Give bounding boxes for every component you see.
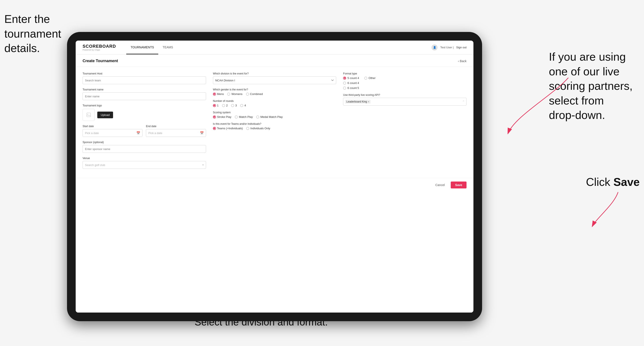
radio-combined-indicator [246,93,249,96]
venue-label: Venue [82,157,206,160]
gender-womens[interactable]: Womens [227,92,242,96]
start-date-group: Start date Pick a date 📅 [82,125,142,137]
tag-dropdown-icon[interactable]: ⌃ [462,100,464,103]
tournament-name-label: Tournament name [82,88,206,91]
sponsor-group: Sponsor (optional) [82,141,206,153]
teams-individuals[interactable]: Individuals Only [246,127,270,130]
teams-radio-group: Teams (+Individuals) Individuals Only [213,127,336,130]
arrow-save [536,188,622,231]
save-button[interactable]: Save [451,181,466,188]
division-select[interactable]: NCAA Division I [213,76,336,84]
radio-r2-indicator [222,104,225,107]
format-6count4[interactable]: 6 count 4 [343,81,466,85]
brand: SCOREBOARD Powered by Clippi [82,44,116,51]
rounds-1[interactable]: 1 [213,104,218,107]
radio-6c5-indicator [343,87,346,90]
form-col-1: Tournament Host Tournament name Tourname… [82,72,206,173]
content-area: Create Tournament ‹ Back Tournament Host… [76,54,474,313]
avatar: 👤 [432,44,438,50]
form-col-3: Format type 5 count 4 Other [343,72,466,173]
form-body: Tournament Host Tournament name Tourname… [76,67,474,178]
form-footer: Cancel Save [76,178,474,192]
page-title: Create Tournament [82,59,118,63]
annotation-save-bold: Save [614,176,640,188]
end-date-input[interactable]: Pick a date 📅 [146,129,206,137]
sponsor-input[interactable] [82,145,206,153]
format-other[interactable]: Other [364,76,376,80]
tournament-logo-group: Tournament logo [82,104,206,121]
gender-combined[interactable]: Combined [246,92,263,96]
back-link[interactable]: ‹ Back [458,59,466,63]
venue-dropdown-icon: ▾ [202,164,204,167]
tournament-name-input[interactable] [82,92,206,100]
rounds-2[interactable]: 2 [222,104,228,107]
rounds-radio-group: 1 2 3 [213,104,336,107]
radio-5c4-indicator [343,77,346,80]
radio-r3-indicator [231,104,234,107]
image-icon [86,112,91,117]
nav-teams[interactable]: TEAMS [158,41,177,54]
rounds-group: Number of rounds 1 2 [213,100,336,107]
tournament-host-group: Tournament Host [82,72,206,84]
start-date-input[interactable]: Pick a date 📅 [82,129,142,137]
calendar-icon-end: 📅 [200,131,204,135]
teams-group: Is this event for Teams and/or Individua… [213,122,336,130]
radio-individuals-indicator [246,127,249,130]
navbar: SCOREBOARD Powered by Clippi TOURNAMENTS… [76,41,474,54]
end-date-group: End date Pick a date 📅 [146,125,206,137]
svg-point-5 [88,114,88,115]
scoring-medal[interactable]: Medal Match Play [256,115,282,119]
sign-out-link[interactable]: Sign out [456,46,466,49]
nav-items: TOURNAMENTS TEAMS [126,41,432,54]
rounds-3[interactable]: 3 [231,104,237,107]
logo-preview [82,109,95,121]
radio-6c4-indicator [343,82,346,85]
annotation-live-text: If you are using one of our live scoring… [549,50,632,121]
scoring-stroke[interactable]: Stroke Play [213,115,231,119]
venue-group: Venue Search golf club ▾ [82,157,206,169]
radio-r4-indicator [240,104,243,107]
brand-name: SCOREBOARD [82,44,116,49]
svg-rect-4 [87,113,90,117]
gender-mens[interactable]: Mens [213,92,224,96]
brand-sub: Powered by Clippi [82,49,116,51]
rounds-label: Number of rounds [213,100,336,103]
scoring-match[interactable]: Match Play [235,115,253,119]
radio-womens-indicator [227,93,230,96]
venue-input[interactable]: Search golf club ▾ [82,161,206,169]
leaderboard-king-tag: Leaderboard King × [345,100,370,104]
scoring-group: Scoring system Stroke Play Match Play [213,111,336,119]
upload-button[interactable]: Upload [97,112,113,118]
scoring-label: Scoring system [213,111,336,114]
radio-r1-indicator [213,104,216,107]
radio-teams-indicator [213,127,216,130]
annotation-live-scoring: If you are using one of our live scoring… [549,50,640,123]
tournament-name-group: Tournament name [82,88,206,100]
cancel-button[interactable]: Cancel [432,181,448,188]
user-label: Test User | [440,46,454,49]
scoring-radio-group: Stroke Play Match Play Medal Match Play [213,115,336,119]
tablet-frame: SCOREBOARD Powered by Clippi TOURNAMENTS… [67,32,482,321]
radio-other-indicator [364,77,367,80]
gender-radio-group: Mens Womens Combined [213,92,336,96]
teams-teams[interactable]: Teams (+Individuals) [213,127,243,130]
content-inner: Create Tournament ‹ Back Tournament Host… [76,54,474,313]
tag-close-icon[interactable]: × [368,100,369,103]
page-header: Create Tournament ‹ Back [76,54,474,67]
format-5count4[interactable]: 5 count 4 [343,76,359,80]
live-scoring-label: Use third-party live scoring API? [343,93,466,96]
format-6count5[interactable]: 6 count 5 [343,86,466,90]
nav-tournaments[interactable]: TOURNAMENTS [126,41,158,54]
sponsor-label: Sponsor (optional) [82,141,206,144]
logo-upload-area: Upload [82,109,206,121]
format-type-group: Format type 5 count 4 Other [343,72,466,90]
date-group: Start date Pick a date 📅 End date [82,125,206,137]
format-type-label: Format type [343,72,466,75]
division-label: Which division is the event for? [213,72,336,75]
live-scoring-tag-input[interactable]: Leaderboard King × ⌃ [343,98,466,106]
live-scoring-group: Use third-party live scoring API? Leader… [343,93,466,106]
tournament-host-label: Tournament Host [82,72,206,75]
form-col-2: Which division is the event for? NCAA Di… [213,72,336,173]
tournament-host-input[interactable] [82,76,206,84]
rounds-4[interactable]: 4 [240,104,246,107]
